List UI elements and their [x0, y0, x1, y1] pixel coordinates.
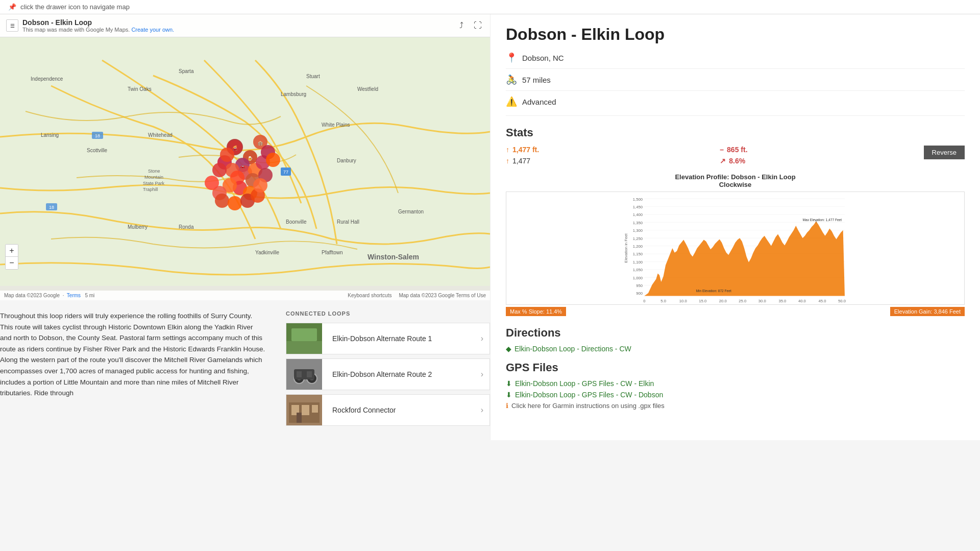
route-location: Dobson, NC — [522, 54, 564, 62]
gps-link-1-label: Elkin-Dobson Loop - GPS Files - CW - Elk… — [515, 379, 654, 388]
map-zoom-controls: + − — [5, 244, 18, 270]
svg-text:Stuart: Stuart — [306, 74, 320, 79]
top-bar: 📌 click the drawer icon to navigate map — [0, 0, 980, 14]
map-container[interactable]: ☰ Dobson - Elkin Loop This map was made … — [0, 14, 490, 300]
svg-rect-76 — [302, 405, 309, 415]
svg-rect-72 — [307, 371, 312, 377]
svg-text:Max Elevation: 1,477 Feet: Max Elevation: 1,477 Feet — [803, 219, 842, 222]
map-drawer-icon[interactable]: ☰ — [6, 19, 18, 32]
svg-text:1,350: 1,350 — [633, 221, 643, 225]
svg-text:Westfield: Westfield — [357, 86, 378, 92]
svg-text:Winston-Salem: Winston-Salem — [368, 253, 419, 261]
distance-icon: 🚴 — [506, 74, 517, 85]
svg-text:Lambsburg: Lambsburg — [281, 91, 306, 97]
map-fullscreen-button[interactable]: ⛶ — [472, 19, 484, 32]
zoom-out-button[interactable]: − — [6, 257, 18, 269]
map-header-actions: ⤴ ⛶ — [457, 19, 484, 32]
map-title-area: Dobson - Elkin Loop This map was made wi… — [22, 18, 453, 33]
svg-text:25.0: 25.0 — [739, 299, 746, 303]
stat-down-arrow: – — [720, 146, 724, 154]
svg-text:Whitehead: Whitehead — [148, 132, 173, 138]
svg-text:18: 18 — [49, 205, 54, 210]
svg-text:1,100: 1,100 — [633, 260, 643, 265]
gps-link-1[interactable]: ⬇ Elkin-Dobson Loop - GPS Files - CW - E… — [506, 379, 965, 388]
map-create-link[interactable]: Create your own. — [131, 27, 174, 33]
map-share-button[interactable]: ⤴ — [457, 19, 465, 32]
left-panel: ☰ Dobson - Elkin Loop This map was made … — [0, 14, 490, 440]
svg-text:Mulberry: Mulberry — [128, 224, 148, 230]
stats-header: Reverse ↑ 1,477 ft. – 865 ft. ↑ 1,477 — [506, 146, 965, 165]
loop-thumb-2 — [286, 359, 322, 390]
map-terms-link[interactable]: Terms — [67, 293, 81, 298]
stat-up-arrow: ↑ — [506, 146, 509, 154]
loop-thumb-3 — [286, 395, 322, 425]
svg-text:1,150: 1,150 — [633, 252, 643, 257]
svg-text:Mountain: Mountain — [144, 175, 163, 180]
svg-text:30.0: 30.0 — [758, 299, 766, 303]
svg-text:Yadkinville: Yadkinville — [255, 250, 279, 255]
svg-rect-64 — [291, 328, 317, 341]
svg-point-24 — [215, 194, 229, 208]
svg-point-13 — [266, 153, 280, 167]
svg-text:Distance in Miles: Distance in Miles — [729, 304, 759, 305]
svg-text:1,000: 1,000 — [633, 276, 643, 280]
svg-text:🚗: 🚗 — [240, 163, 245, 169]
svg-text:Danbury: Danbury — [337, 158, 356, 163]
svg-text:Independence: Independence — [31, 76, 63, 82]
svg-text:1,050: 1,050 — [633, 268, 643, 272]
gps-title: GPS Files — [506, 361, 965, 374]
stat-count: ↑ 1,477 — [506, 157, 709, 165]
top-bar-instruction: click the drawer icon to navigate map — [20, 3, 130, 11]
download-icon-1: ⬇ — [506, 379, 512, 388]
loop-item[interactable]: Elkin-Dobson Alternate Route 1 › — [286, 323, 490, 354]
svg-text:5.0: 5.0 — [660, 299, 666, 303]
gps-link-2[interactable]: ⬇ Elkin-Dobson Loop - GPS Files - CW - D… — [506, 391, 965, 399]
connected-loops: CONNECTED LOOPS Elkin-Dobson Alternate R… — [286, 310, 490, 430]
map-background: 🍕 — [0, 35, 490, 286]
svg-text:950: 950 — [636, 283, 643, 288]
loop-arrow-3: › — [475, 405, 489, 415]
chart-badge-gain: Elevation Gain: 3,846 Feet — [890, 307, 965, 316]
svg-text:Boonville: Boonville — [286, 219, 307, 225]
map-keyboard-shortcuts: Keyboard shortcuts — [348, 293, 391, 298]
gps-section: GPS Files ⬇ Elkin-Dobson Loop - GPS File… — [506, 361, 965, 410]
chart-area: 1,500 1,450 1,400 1,350 1,300 1,250 1,20… — [506, 191, 965, 305]
svg-text:1,500: 1,500 — [633, 197, 643, 202]
svg-text:Ronda: Ronda — [179, 224, 194, 230]
map-scale: 5 mi — [85, 293, 94, 298]
map-subtitle-text: This map was made with Google My Maps. — [22, 27, 130, 33]
meta-difficulty-row: ⚠️ Advanced — [506, 96, 965, 107]
route-difficulty: Advanced — [522, 98, 556, 106]
description-area: Throughout this loop riders will truly e… — [0, 300, 490, 440]
stat-elevation-gain: ↑ 1,477 ft. — [506, 146, 709, 154]
loop-label-1: Elkin-Dobson Alternate Route 1 — [328, 334, 469, 343]
meta-location-row: 📍 Dobson, NC — [506, 52, 965, 69]
stat-elevation-loss: – 865 ft. — [720, 146, 923, 154]
loop-item[interactable]: Elkin-Dobson Alternate Route 2 › — [286, 358, 490, 390]
svg-text:1,450: 1,450 — [633, 205, 643, 209]
elevation-chart: Elevation Profile: Dobson - Elkin Loop C… — [506, 173, 965, 316]
svg-text:Twin Oaks: Twin Oaks — [128, 86, 152, 92]
svg-text:White Plains: White Plains — [322, 122, 350, 128]
svg-text:Min Elevation: 872 Feet: Min Elevation: 872 Feet — [696, 289, 731, 293]
svg-text:🍺: 🍺 — [248, 156, 253, 161]
svg-text:40.0: 40.0 — [798, 299, 806, 303]
gps-garmin-info: ℹ Click here for Garmin instructions on … — [506, 402, 965, 410]
svg-text:50.0: 50.0 — [838, 299, 846, 303]
stat-slope-arrow: ↗ — [720, 157, 726, 165]
stats-section: Stats Reverse ↑ 1,477 ft. – 865 ft. ↑ 1,… — [506, 126, 965, 316]
svg-text:1,250: 1,250 — [633, 236, 643, 241]
loop-thumb-1 — [286, 323, 322, 354]
route-description: Throughout this loop riders will truly e… — [0, 310, 276, 430]
loop-label-2: Elkin-Dobson Alternate Route 2 — [328, 370, 469, 378]
loop-item[interactable]: Rockford Connector › — [286, 394, 490, 426]
map-header: ☰ Dobson - Elkin Loop This map was made … — [0, 14, 490, 37]
svg-text:Scottville: Scottville — [87, 148, 107, 153]
right-panel: Dobson - Elkin Loop 📍 Dobson, NC 🚴 57 mi… — [490, 14, 980, 440]
main-container: ☰ Dobson - Elkin Loop This map was made … — [0, 14, 980, 440]
zoom-in-button[interactable]: + — [6, 245, 18, 257]
svg-point-28 — [253, 178, 267, 193]
svg-text:Pfafftown: Pfafftown — [322, 250, 343, 255]
directions-link[interactable]: ◆ Elkin-Dobson Loop - Directions - CW — [506, 345, 965, 353]
reverse-button[interactable]: Reverse — [924, 146, 965, 159]
